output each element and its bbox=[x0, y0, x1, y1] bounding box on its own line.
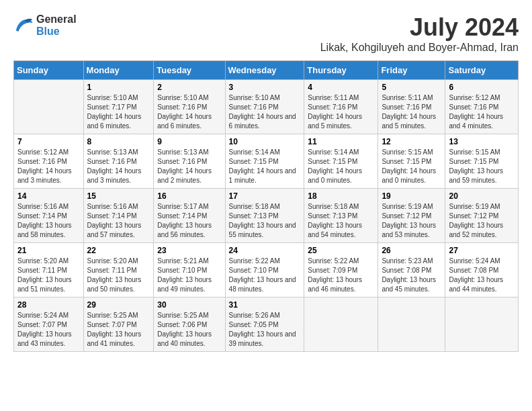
day-number: 9 bbox=[157, 137, 221, 146]
calendar-week-row: 1Sunrise: 5:10 AMSunset: 7:17 PMDaylight… bbox=[14, 80, 519, 134]
day-info: Sunrise: 5:18 AMSunset: 7:13 PMDaylight:… bbox=[308, 202, 374, 240]
day-info: Sunrise: 5:19 AMSunset: 7:12 PMDaylight:… bbox=[449, 202, 515, 240]
calendar-table: SundayMondayTuesdayWednesdayThursdayFrid… bbox=[13, 60, 519, 352]
calendar-cell: 14Sunrise: 5:16 AMSunset: 7:14 PMDayligh… bbox=[14, 189, 84, 243]
calendar-cell: 9Sunrise: 5:13 AMSunset: 7:16 PMDaylight… bbox=[154, 134, 225, 189]
calendar-cell: 31Sunrise: 5:26 AMSunset: 7:05 PMDayligh… bbox=[225, 298, 304, 352]
calendar-cell: 13Sunrise: 5:15 AMSunset: 7:15 PMDayligh… bbox=[445, 134, 519, 189]
calendar-cell bbox=[14, 80, 84, 134]
day-info: Sunrise: 5:11 AMSunset: 7:16 PMDaylight:… bbox=[308, 93, 374, 131]
day-number: 5 bbox=[382, 83, 441, 92]
day-number: 1 bbox=[87, 83, 150, 92]
calendar-cell: 2Sunrise: 5:10 AMSunset: 7:16 PMDaylight… bbox=[154, 80, 225, 134]
calendar-cell: 25Sunrise: 5:22 AMSunset: 7:09 PMDayligh… bbox=[304, 243, 378, 298]
day-info: Sunrise: 5:10 AMSunset: 7:17 PMDaylight:… bbox=[87, 93, 150, 131]
day-info: Sunrise: 5:21 AMSunset: 7:10 PMDaylight:… bbox=[157, 257, 221, 294]
calendar-cell: 19Sunrise: 5:19 AMSunset: 7:12 PMDayligh… bbox=[378, 189, 445, 243]
day-number: 22 bbox=[87, 246, 150, 255]
day-info: Sunrise: 5:12 AMSunset: 7:16 PMDaylight:… bbox=[449, 93, 515, 131]
calendar-cell: 3Sunrise: 5:10 AMSunset: 7:16 PMDaylight… bbox=[225, 80, 304, 134]
day-number: 7 bbox=[17, 137, 80, 146]
weekday-header: Monday bbox=[83, 61, 154, 80]
day-number: 14 bbox=[17, 191, 80, 201]
day-info: Sunrise: 5:17 AMSunset: 7:14 PMDaylight:… bbox=[157, 202, 221, 240]
title-block: July 2024 Likak, Kohgiluyeh and Boyer-Ah… bbox=[320, 13, 519, 54]
day-number: 27 bbox=[449, 246, 515, 255]
weekday-header-row: SundayMondayTuesdayWednesdayThursdayFrid… bbox=[14, 61, 519, 80]
calendar-cell: 23Sunrise: 5:21 AMSunset: 7:10 PMDayligh… bbox=[154, 243, 225, 298]
day-number: 4 bbox=[308, 83, 374, 92]
day-info: Sunrise: 5:14 AMSunset: 7:15 PMDaylight:… bbox=[229, 148, 301, 185]
day-info: Sunrise: 5:18 AMSunset: 7:13 PMDaylight:… bbox=[229, 202, 301, 240]
calendar-cell: 5Sunrise: 5:11 AMSunset: 7:16 PMDaylight… bbox=[378, 80, 445, 134]
day-number: 28 bbox=[17, 300, 80, 310]
calendar-cell bbox=[445, 298, 519, 352]
day-info: Sunrise: 5:11 AMSunset: 7:16 PMDaylight:… bbox=[382, 93, 441, 131]
day-number: 12 bbox=[382, 137, 441, 146]
day-number: 23 bbox=[157, 246, 221, 255]
day-number: 17 bbox=[229, 191, 301, 201]
calendar-cell: 15Sunrise: 5:16 AMSunset: 7:14 PMDayligh… bbox=[83, 189, 154, 243]
weekday-header: Thursday bbox=[304, 61, 378, 80]
day-number: 21 bbox=[17, 246, 80, 255]
calendar-cell: 16Sunrise: 5:17 AMSunset: 7:14 PMDayligh… bbox=[154, 189, 225, 243]
calendar-cell: 10Sunrise: 5:14 AMSunset: 7:15 PMDayligh… bbox=[225, 134, 304, 189]
day-info: Sunrise: 5:24 AMSunset: 7:08 PMDaylight:… bbox=[449, 257, 515, 294]
day-number: 15 bbox=[87, 191, 150, 201]
calendar-cell bbox=[378, 298, 445, 352]
calendar-cell: 1Sunrise: 5:10 AMSunset: 7:17 PMDaylight… bbox=[83, 80, 154, 134]
day-info: Sunrise: 5:10 AMSunset: 7:16 PMDaylight:… bbox=[229, 93, 301, 131]
day-info: Sunrise: 5:20 AMSunset: 7:11 PMDaylight:… bbox=[17, 257, 80, 294]
day-info: Sunrise: 5:25 AMSunset: 7:06 PMDaylight:… bbox=[157, 311, 221, 349]
calendar-cell: 27Sunrise: 5:24 AMSunset: 7:08 PMDayligh… bbox=[445, 243, 519, 298]
day-number: 20 bbox=[449, 191, 515, 201]
day-number: 11 bbox=[308, 137, 374, 146]
logo: General Blue bbox=[13, 13, 77, 38]
logo-text: General Blue bbox=[36, 13, 77, 38]
calendar-week-row: 21Sunrise: 5:20 AMSunset: 7:11 PMDayligh… bbox=[14, 243, 519, 298]
day-info: Sunrise: 5:22 AMSunset: 7:09 PMDaylight:… bbox=[308, 257, 374, 294]
day-info: Sunrise: 5:13 AMSunset: 7:16 PMDaylight:… bbox=[87, 148, 150, 185]
day-info: Sunrise: 5:19 AMSunset: 7:12 PMDaylight:… bbox=[382, 202, 441, 240]
location-title: Likak, Kohgiluyeh and Boyer-Ahmad, Iran bbox=[320, 42, 519, 54]
day-number: 26 bbox=[382, 246, 441, 255]
day-info: Sunrise: 5:20 AMSunset: 7:11 PMDaylight:… bbox=[87, 257, 150, 294]
weekday-header: Saturday bbox=[445, 61, 519, 80]
day-number: 13 bbox=[449, 137, 515, 146]
day-info: Sunrise: 5:23 AMSunset: 7:08 PMDaylight:… bbox=[382, 257, 441, 294]
day-info: Sunrise: 5:15 AMSunset: 7:15 PMDaylight:… bbox=[449, 148, 515, 185]
calendar-cell: 30Sunrise: 5:25 AMSunset: 7:06 PMDayligh… bbox=[154, 298, 225, 352]
calendar-cell: 4Sunrise: 5:11 AMSunset: 7:16 PMDaylight… bbox=[304, 80, 378, 134]
day-number: 31 bbox=[229, 300, 301, 310]
day-number: 24 bbox=[229, 246, 301, 255]
month-title: July 2024 bbox=[320, 13, 519, 42]
day-number: 2 bbox=[157, 83, 221, 92]
day-number: 3 bbox=[229, 83, 301, 92]
page-header: General Blue July 2024 Likak, Kohgiluyeh… bbox=[13, 13, 519, 54]
calendar-cell: 26Sunrise: 5:23 AMSunset: 7:08 PMDayligh… bbox=[378, 243, 445, 298]
calendar-cell: 7Sunrise: 5:12 AMSunset: 7:16 PMDaylight… bbox=[14, 134, 84, 189]
day-number: 25 bbox=[308, 246, 374, 255]
calendar-cell: 21Sunrise: 5:20 AMSunset: 7:11 PMDayligh… bbox=[14, 243, 84, 298]
day-number: 6 bbox=[449, 83, 515, 92]
day-info: Sunrise: 5:26 AMSunset: 7:05 PMDaylight:… bbox=[229, 311, 301, 349]
calendar-week-row: 7Sunrise: 5:12 AMSunset: 7:16 PMDaylight… bbox=[14, 134, 519, 189]
day-number: 18 bbox=[308, 191, 374, 201]
weekday-header: Sunday bbox=[14, 61, 84, 80]
day-info: Sunrise: 5:25 AMSunset: 7:07 PMDaylight:… bbox=[87, 311, 150, 349]
day-number: 16 bbox=[157, 191, 221, 201]
day-info: Sunrise: 5:22 AMSunset: 7:10 PMDaylight:… bbox=[229, 257, 301, 294]
day-info: Sunrise: 5:10 AMSunset: 7:16 PMDaylight:… bbox=[157, 93, 221, 131]
day-number: 30 bbox=[157, 300, 221, 310]
calendar-cell: 29Sunrise: 5:25 AMSunset: 7:07 PMDayligh… bbox=[83, 298, 154, 352]
calendar-cell: 28Sunrise: 5:24 AMSunset: 7:07 PMDayligh… bbox=[14, 298, 84, 352]
day-info: Sunrise: 5:15 AMSunset: 7:15 PMDaylight:… bbox=[382, 148, 441, 185]
day-number: 29 bbox=[87, 300, 150, 310]
calendar-cell: 8Sunrise: 5:13 AMSunset: 7:16 PMDaylight… bbox=[83, 134, 154, 189]
day-number: 19 bbox=[382, 191, 441, 201]
calendar-week-row: 28Sunrise: 5:24 AMSunset: 7:07 PMDayligh… bbox=[14, 298, 519, 352]
calendar-cell: 17Sunrise: 5:18 AMSunset: 7:13 PMDayligh… bbox=[225, 189, 304, 243]
day-info: Sunrise: 5:16 AMSunset: 7:14 PMDaylight:… bbox=[17, 202, 80, 240]
day-info: Sunrise: 5:12 AMSunset: 7:16 PMDaylight:… bbox=[17, 148, 80, 185]
logo-icon bbox=[13, 15, 34, 36]
